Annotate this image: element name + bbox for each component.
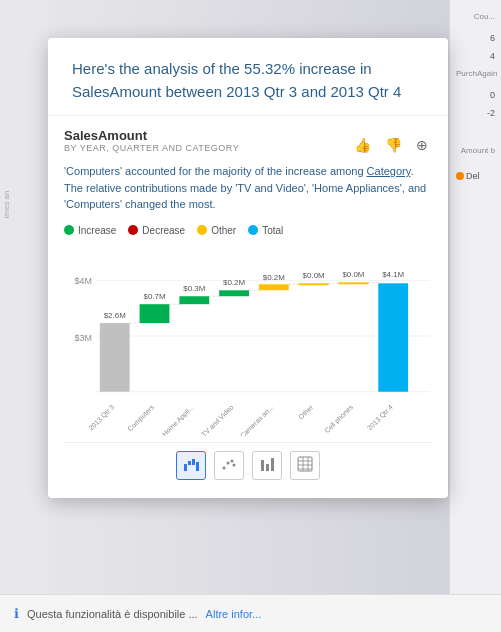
card-title: Here's the analysis of the 55.32% increa… [72, 58, 424, 103]
svg-text:$4.1M: $4.1M [382, 270, 404, 279]
footer-link[interactable]: Altre infor... [206, 608, 262, 620]
thumbdown-button[interactable]: 👎 [381, 135, 406, 155]
category-link[interactable]: Category [367, 165, 411, 177]
chart-title: SalesAmount [64, 128, 239, 143]
svg-text:$0.3M: $0.3M [183, 284, 205, 293]
svg-text:Home Appli...: Home Appli... [161, 403, 196, 436]
legend-dot-total [248, 225, 258, 235]
legend-dot-increase [64, 225, 74, 235]
waterfall-button[interactable] [176, 451, 206, 480]
right-panel-label-3: Amount b [456, 146, 495, 155]
svg-text:$0.0M: $0.0M [303, 271, 325, 280]
right-panel-label-1: Cou... [456, 12, 495, 21]
scatter-button[interactable] [214, 451, 244, 480]
card-header: Here's the analysis of the 55.32% increa… [48, 38, 448, 116]
expand-button[interactable]: ⊕ [412, 135, 432, 155]
bar-qtr4[interactable] [378, 283, 408, 391]
right-panel-del-label: Del [466, 171, 480, 181]
bar-button[interactable] [252, 451, 282, 480]
right-panel: Cou... 6 4 PurchAgain 0 -2 Amount b Del [449, 0, 501, 632]
svg-rect-29 [188, 461, 191, 465]
svg-point-33 [227, 461, 230, 464]
svg-text:$0.2M: $0.2M [223, 278, 245, 287]
chart-subtitle: BY YEAR, QUARTER AND CATEGORY [64, 143, 239, 153]
bar-other[interactable] [299, 283, 329, 285]
svg-text:Computers: Computers [126, 403, 156, 433]
chart-legend: Increase Decrease Other Total [64, 225, 432, 236]
svg-text:2013 Qtr 3: 2013 Qtr 3 [87, 403, 116, 432]
svg-rect-28 [184, 464, 187, 471]
info-icon: ℹ [14, 606, 19, 621]
right-panel-value-3: 0 [456, 90, 495, 100]
bar-computers[interactable] [140, 304, 170, 323]
table-button[interactable] [290, 451, 320, 480]
legend-dot-decrease [128, 225, 138, 235]
legend-label-decrease: Decrease [142, 225, 185, 236]
left-accent-panel: imes an [0, 0, 48, 632]
legend-dot-other [197, 225, 207, 235]
svg-rect-30 [192, 459, 195, 465]
svg-rect-37 [266, 464, 269, 471]
legend-other: Other [197, 225, 236, 236]
svg-text:2013 Qtr 4: 2013 Qtr 4 [366, 403, 395, 432]
svg-text:Other: Other [297, 402, 315, 420]
analysis-card: Here's the analysis of the 55.32% increa… [48, 38, 448, 498]
svg-text:$2.6M: $2.6M [104, 311, 126, 320]
svg-text:$3M: $3M [74, 333, 91, 343]
footer-text: Questa funzionalità è disponibile ... [27, 608, 198, 620]
thumbup-button[interactable]: 👍 [350, 135, 375, 155]
bar-tv-video[interactable] [219, 290, 249, 296]
bar-cellphones[interactable] [339, 282, 369, 284]
legend-total: Total [248, 225, 283, 236]
svg-text:Cameras an...: Cameras an... [239, 403, 275, 436]
right-panel-value-2: 4 [456, 51, 495, 61]
right-panel-label-2: PurchAgain [456, 69, 495, 78]
waterfall-chart: $4M $3M $2.6M $0.7M [64, 246, 432, 436]
legend-decrease: Decrease [128, 225, 185, 236]
legend-label-increase: Increase [78, 225, 116, 236]
svg-rect-38 [271, 458, 274, 471]
chart-area: SalesAmount BY YEAR, QUARTER AND CATEGOR… [48, 116, 448, 498]
svg-text:TV and Video: TV and Video [200, 403, 235, 436]
svg-text:$0.7M: $0.7M [143, 292, 165, 301]
left-accent-text: imes an [2, 190, 11, 218]
svg-text:$0.2M: $0.2M [263, 273, 285, 282]
bar-home-appli[interactable] [179, 296, 209, 304]
svg-rect-36 [261, 460, 264, 471]
svg-point-32 [223, 466, 226, 469]
chart-description: 'Computers' accounted for the majority o… [64, 163, 432, 213]
right-panel-value-1: 6 [456, 33, 495, 43]
right-panel-value-4: -2 [456, 108, 495, 118]
chart-type-buttons [64, 442, 432, 490]
chart-svg: $4M $3M $2.6M $0.7M [64, 246, 432, 436]
bar-cameras[interactable] [259, 284, 289, 290]
svg-text:Cell phones: Cell phones [323, 403, 355, 435]
del-dot [456, 172, 464, 180]
description-text-1: 'Computers' accounted for the majority o… [64, 165, 367, 177]
legend-label-total: Total [262, 225, 283, 236]
svg-point-35 [233, 463, 236, 466]
svg-rect-31 [196, 462, 199, 471]
svg-text:$4M: $4M [74, 276, 91, 286]
svg-text:$0.0M: $0.0M [342, 270, 364, 279]
legend-label-other: Other [211, 225, 236, 236]
legend-increase: Increase [64, 225, 116, 236]
bar-qtr3[interactable] [100, 323, 130, 392]
svg-point-34 [231, 459, 234, 462]
footer-bar: ℹ Questa funzionalità è disponibile ... … [0, 594, 501, 632]
